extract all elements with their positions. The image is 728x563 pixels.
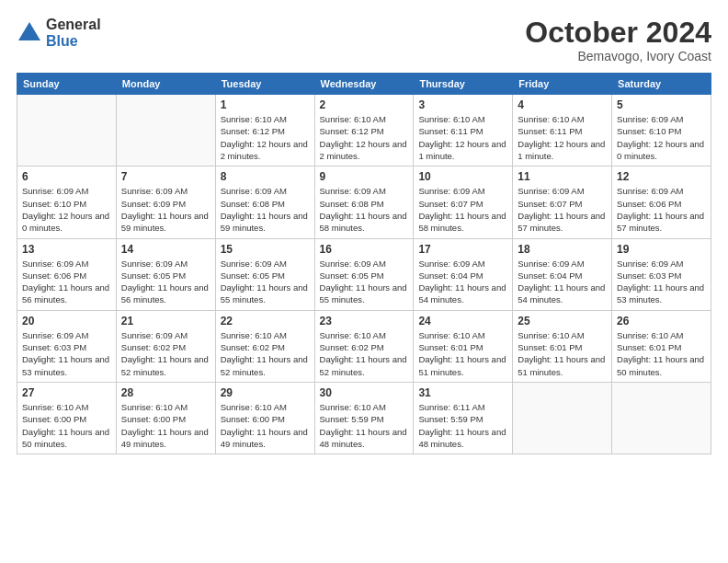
day-info: Sunrise: 6:10 AMSunset: 6:12 PMDaylight:…: [221, 113, 310, 162]
table-row: 4Sunrise: 6:10 AMSunset: 6:11 PMDaylight…: [513, 95, 612, 167]
day-info: Sunrise: 6:10 AMSunset: 6:00 PMDaylight:…: [221, 401, 310, 450]
table-row: 20Sunrise: 6:09 AMSunset: 6:03 PMDayligh…: [17, 310, 117, 382]
logo-blue: Blue: [46, 33, 101, 50]
day-info: Sunrise: 6:09 AMSunset: 6:07 PMDaylight:…: [518, 185, 607, 234]
day-number: 1: [221, 98, 310, 111]
day-number: 26: [617, 315, 706, 327]
table-row: 26Sunrise: 6:10 AMSunset: 6:01 PMDayligh…: [612, 310, 711, 382]
day-info: Sunrise: 6:09 AMSunset: 6:06 PMDaylight:…: [617, 185, 706, 234]
day-info: Sunrise: 6:09 AMSunset: 6:07 PMDaylight:…: [418, 185, 507, 234]
day-info: Sunrise: 6:09 AMSunset: 6:10 PMDaylight:…: [617, 113, 706, 162]
title-block: October 2024 Bemavogo, Ivory Coast: [525, 17, 711, 63]
table-row: 30Sunrise: 6:10 AMSunset: 5:59 PMDayligh…: [314, 382, 414, 454]
day-info: Sunrise: 6:09 AMSunset: 6:02 PMDaylight:…: [121, 329, 210, 378]
day-info: Sunrise: 6:10 AMSunset: 6:01 PMDaylight:…: [418, 329, 507, 378]
table-row: 12Sunrise: 6:09 AMSunset: 6:06 PMDayligh…: [612, 167, 711, 238]
day-number: 18: [518, 243, 607, 256]
logo-text: General Blue: [46, 17, 101, 49]
day-info: Sunrise: 6:09 AMSunset: 6:04 PMDaylight:…: [418, 258, 507, 306]
day-number: 15: [221, 243, 310, 256]
table-row: 1Sunrise: 6:10 AMSunset: 6:12 PMDaylight…: [215, 95, 314, 167]
table-row: [17, 95, 117, 167]
day-info: Sunrise: 6:09 AMSunset: 6:10 PMDaylight:…: [22, 185, 111, 234]
table-row: [116, 95, 215, 167]
day-info: Sunrise: 6:09 AMSunset: 6:05 PMDaylight:…: [121, 258, 210, 306]
day-number: 22: [221, 315, 310, 327]
day-number: 16: [320, 243, 409, 256]
day-info: Sunrise: 6:11 AMSunset: 5:59 PMDaylight:…: [418, 401, 507, 450]
day-number: 27: [22, 386, 111, 399]
table-row: [513, 382, 612, 454]
calendar-week-row: 13Sunrise: 6:09 AMSunset: 6:06 PMDayligh…: [17, 238, 711, 310]
table-row: 22Sunrise: 6:10 AMSunset: 6:02 PMDayligh…: [215, 310, 314, 382]
day-number: 9: [320, 170, 409, 183]
day-number: 5: [617, 98, 706, 111]
day-number: 2: [320, 98, 409, 111]
day-info: Sunrise: 6:09 AMSunset: 6:04 PMDaylight:…: [518, 258, 607, 306]
day-info: Sunrise: 6:09 AMSunset: 6:03 PMDaylight:…: [617, 258, 706, 306]
table-row: 2Sunrise: 6:10 AMSunset: 6:12 PMDaylight…: [314, 95, 414, 167]
header-friday: Friday: [513, 74, 612, 95]
day-info: Sunrise: 6:10 AMSunset: 6:00 PMDaylight:…: [121, 401, 210, 450]
table-row: 5Sunrise: 6:09 AMSunset: 6:10 PMDaylight…: [612, 95, 711, 167]
calendar-week-row: 27Sunrise: 6:10 AMSunset: 6:00 PMDayligh…: [17, 382, 711, 454]
day-info: Sunrise: 6:09 AMSunset: 6:06 PMDaylight:…: [22, 258, 111, 306]
day-number: 28: [121, 386, 210, 399]
calendar-week-row: 20Sunrise: 6:09 AMSunset: 6:03 PMDayligh…: [17, 310, 711, 382]
day-number: 19: [617, 243, 706, 256]
calendar-table: Sunday Monday Tuesday Wednesday Thursday…: [17, 73, 711, 454]
table-row: 27Sunrise: 6:10 AMSunset: 6:00 PMDayligh…: [17, 382, 117, 454]
table-row: 10Sunrise: 6:09 AMSunset: 6:07 PMDayligh…: [414, 167, 513, 238]
table-row: 28Sunrise: 6:10 AMSunset: 6:00 PMDayligh…: [116, 382, 215, 454]
table-row: 19Sunrise: 6:09 AMSunset: 6:03 PMDayligh…: [612, 238, 711, 310]
day-number: 30: [320, 386, 409, 399]
table-row: [612, 382, 711, 454]
generalblue-logo-icon: [17, 20, 42, 46]
day-info: Sunrise: 6:09 AMSunset: 6:08 PMDaylight:…: [221, 185, 310, 234]
location: Bemavogo, Ivory Coast: [525, 49, 711, 63]
day-info: Sunrise: 6:10 AMSunset: 6:00 PMDaylight:…: [22, 401, 111, 450]
header-thursday: Thursday: [414, 74, 513, 95]
day-number: 31: [418, 386, 507, 399]
day-number: 3: [418, 98, 507, 111]
day-number: 20: [22, 315, 111, 327]
day-info: Sunrise: 6:10 AMSunset: 6:02 PMDaylight:…: [320, 329, 409, 378]
day-number: 7: [121, 170, 210, 183]
table-row: 14Sunrise: 6:09 AMSunset: 6:05 PMDayligh…: [116, 238, 215, 310]
day-info: Sunrise: 6:09 AMSunset: 6:05 PMDaylight:…: [320, 258, 409, 306]
day-info: Sunrise: 6:09 AMSunset: 6:05 PMDaylight:…: [221, 258, 310, 306]
day-info: Sunrise: 6:10 AMSunset: 6:11 PMDaylight:…: [418, 113, 507, 162]
header-monday: Monday: [116, 74, 215, 95]
day-number: 14: [121, 243, 210, 256]
table-row: 7Sunrise: 6:09 AMSunset: 6:09 PMDaylight…: [116, 167, 215, 238]
day-info: Sunrise: 6:10 AMSunset: 6:11 PMDaylight:…: [518, 113, 607, 162]
table-row: 31Sunrise: 6:11 AMSunset: 5:59 PMDayligh…: [414, 382, 513, 454]
day-info: Sunrise: 6:09 AMSunset: 6:09 PMDaylight:…: [121, 185, 210, 234]
header: General Blue October 2024 Bemavogo, Ivor…: [17, 17, 711, 63]
day-number: 21: [121, 315, 210, 327]
table-row: 3Sunrise: 6:10 AMSunset: 6:11 PMDaylight…: [414, 95, 513, 167]
table-row: 29Sunrise: 6:10 AMSunset: 6:00 PMDayligh…: [215, 382, 314, 454]
header-saturday: Saturday: [612, 74, 711, 95]
calendar-week-row: 6Sunrise: 6:09 AMSunset: 6:10 PMDaylight…: [17, 167, 711, 238]
day-info: Sunrise: 6:09 AMSunset: 6:08 PMDaylight:…: [320, 185, 409, 234]
day-info: Sunrise: 6:10 AMSunset: 6:01 PMDaylight:…: [617, 329, 706, 378]
table-row: 15Sunrise: 6:09 AMSunset: 6:05 PMDayligh…: [215, 238, 314, 310]
day-info: Sunrise: 6:10 AMSunset: 6:01 PMDaylight:…: [518, 329, 607, 378]
day-number: 12: [617, 170, 706, 183]
table-row: 6Sunrise: 6:09 AMSunset: 6:10 PMDaylight…: [17, 167, 117, 238]
table-row: 9Sunrise: 6:09 AMSunset: 6:08 PMDaylight…: [314, 167, 414, 238]
table-row: 23Sunrise: 6:10 AMSunset: 6:02 PMDayligh…: [314, 310, 414, 382]
day-number: 4: [518, 98, 607, 111]
logo: General Blue: [17, 17, 101, 49]
day-info: Sunrise: 6:09 AMSunset: 6:03 PMDaylight:…: [22, 329, 111, 378]
table-row: 21Sunrise: 6:09 AMSunset: 6:02 PMDayligh…: [116, 310, 215, 382]
day-number: 29: [221, 386, 310, 399]
day-number: 8: [221, 170, 310, 183]
header-tuesday: Tuesday: [215, 74, 314, 95]
table-row: 16Sunrise: 6:09 AMSunset: 6:05 PMDayligh…: [314, 238, 414, 310]
day-number: 11: [518, 170, 607, 183]
day-number: 23: [320, 315, 409, 327]
weekday-header-row: Sunday Monday Tuesday Wednesday Thursday…: [17, 74, 711, 95]
day-number: 24: [418, 315, 507, 327]
